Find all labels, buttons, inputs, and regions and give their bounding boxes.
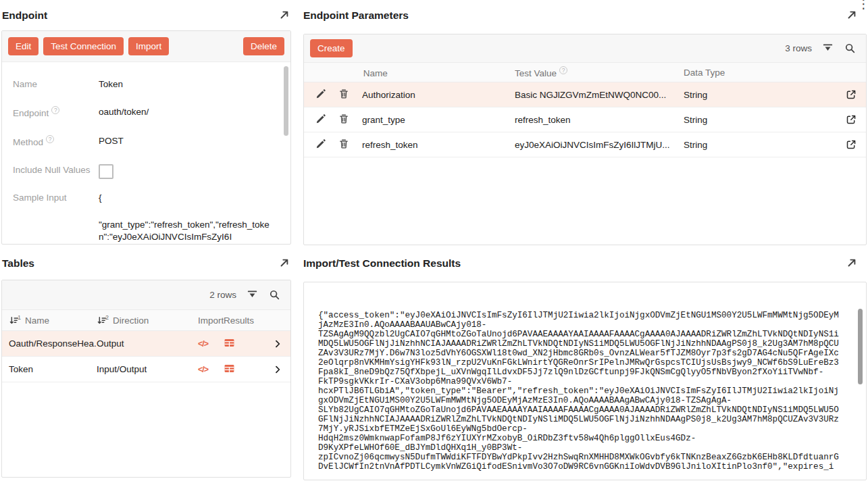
- create-button[interactable]: Create: [310, 39, 353, 58]
- results-table-icon[interactable]: [224, 337, 255, 351]
- params-header-row: 2 Name Test Value? Data Type: [304, 63, 866, 82]
- tables-panel: 2 rows 1 Name 2 Direction Import Results…: [1, 280, 291, 478]
- open-in-new-icon[interactable]: [836, 114, 866, 125]
- expand-icon[interactable]: [279, 9, 291, 22]
- param-row[interactable]: Authorization Basic NGJlZGVmZmEtNWQ0NC00…: [304, 82, 866, 107]
- results-output[interactable]: {"access_token":"eyJ0eXAiOiJNVCIsImFsZyI…: [318, 311, 851, 477]
- results-panel-header: Import/Test Connection Results: [303, 257, 859, 270]
- tables-panel-title: Tables: [2, 257, 34, 270]
- chevron-right-icon[interactable]: [255, 365, 290, 374]
- endpoint-scrollbar[interactable]: [284, 66, 288, 136]
- field-endpoint: Endpoint? oauth/token/: [13, 106, 278, 120]
- expand-icon[interactable]: [279, 257, 291, 270]
- param-data-type-cell: String: [684, 115, 836, 125]
- param-row[interactable]: refresh_token eyJ0eXAiOiJNVCIsImFsZyI6Il…: [304, 132, 866, 157]
- method-label: Method?: [13, 135, 99, 149]
- endpoint-panel: Edit Test Connection Import Delete Name …: [1, 30, 291, 245]
- endpoint-value: oauth/token/: [99, 106, 278, 120]
- tables-col-direction[interactable]: 2 Direction: [97, 315, 198, 326]
- table-row[interactable]: Token Input/Output </>: [2, 357, 290, 382]
- param-name-cell: Authorization: [362, 90, 515, 100]
- param-name-cell: grant_type: [362, 115, 515, 125]
- table-direction-cell: Output: [97, 338, 198, 349]
- search-icon[interactable]: [269, 289, 281, 301]
- help-icon[interactable]: ?: [51, 106, 59, 114]
- name-value: Token: [99, 78, 278, 91]
- tables-col-import: Import: [198, 315, 224, 326]
- param-data-type-cell: String: [684, 90, 836, 100]
- tables-col-name[interactable]: 1 Name: [2, 315, 97, 326]
- params-row-count: 3 rows: [785, 43, 812, 53]
- params-col-data-type[interactable]: Data Type: [684, 68, 836, 78]
- endpoint-label: Endpoint?: [13, 106, 99, 120]
- help-icon[interactable]: ?: [559, 66, 567, 74]
- filter-icon[interactable]: [822, 43, 834, 55]
- field-sample-input: Sample Input { "grant_type":"refresh_tok…: [13, 192, 278, 244]
- sample-input-open-brace: {: [99, 193, 102, 203]
- edit-button[interactable]: Edit: [8, 37, 39, 56]
- params-col-test-value[interactable]: Test Value?: [515, 66, 684, 78]
- results-panel-title: Import/Test Connection Results: [303, 257, 461, 270]
- tables-row-count: 2 rows: [209, 290, 236, 300]
- import-code-icon[interactable]: </>: [198, 364, 224, 374]
- endpoint-toolbar: Edit Test Connection Import Delete: [2, 31, 290, 62]
- field-method: Method? POST: [13, 135, 278, 149]
- edit-pencil-icon[interactable]: [315, 138, 326, 151]
- sort-icon: 2: [97, 315, 109, 326]
- param-test-value-cell: Basic NGJlZGVmZmEtNWQ0NC00...: [515, 90, 684, 100]
- table-name-cell: Token: [2, 364, 97, 374]
- tables-toolbar: 2 rows: [2, 280, 290, 310]
- delete-button[interactable]: Delete: [243, 37, 284, 56]
- expand-icon[interactable]: [846, 9, 859, 22]
- sort-icon: 1: [9, 315, 21, 326]
- params-panel: Create 3 rows 2 Name Test Value? Data Ty…: [303, 34, 867, 245]
- table-name-cell: Oauth/ResponseHea...: [2, 338, 97, 349]
- sample-input-value: { "grant_type":"refresh_token","refresh_…: [99, 192, 278, 244]
- param-test-value-cell: eyJ0eXAiOiJNVCIsImFsZyI6IlJTMjU...: [515, 140, 684, 150]
- results-panel: {"access_token":"eyJ0eXAiOiJNVCIsImFsZyI…: [303, 282, 867, 480]
- endpoint-detail-fields: Name Token Endpoint? oauth/token/ Method…: [2, 62, 290, 245]
- tables-panel-header: Tables: [2, 257, 291, 270]
- name-label: Name: [13, 78, 99, 91]
- endpoint-panel-title: Endpoint: [2, 9, 47, 22]
- param-name-cell: refresh_token: [362, 140, 515, 150]
- params-panel-title: Endpoint Parameters: [303, 9, 409, 22]
- include-null-label: Include Null Values: [13, 164, 99, 179]
- method-value: POST: [99, 135, 278, 149]
- table-direction-cell: Input/Output: [97, 364, 198, 374]
- delete-trash-icon[interactable]: [338, 113, 349, 126]
- test-connection-button[interactable]: Test Connection: [43, 37, 124, 56]
- field-include-null: Include Null Values: [13, 164, 278, 179]
- help-icon[interactable]: ?: [46, 135, 54, 143]
- endpoint-panel-header: Endpoint: [2, 9, 291, 22]
- params-col-name[interactable]: 2 Name: [362, 66, 515, 78]
- results-table-icon[interactable]: [224, 363, 255, 376]
- filter-icon[interactable]: [247, 289, 259, 301]
- include-null-checkbox[interactable]: [99, 164, 113, 179]
- search-icon[interactable]: [844, 43, 857, 55]
- delete-trash-icon[interactable]: [338, 88, 349, 101]
- kebab-menu-icon[interactable]: ⋮: [857, 0, 868, 11]
- edit-pencil-icon[interactable]: [315, 88, 326, 101]
- param-row[interactable]: grant_type refresh_token String: [304, 107, 866, 132]
- import-button[interactable]: Import: [128, 37, 169, 56]
- param-test-value-cell: refresh_token: [515, 115, 684, 125]
- params-panel-header: Endpoint Parameters: [303, 9, 859, 22]
- open-in-new-icon[interactable]: [836, 139, 866, 150]
- sample-input-label: Sample Input: [13, 192, 99, 244]
- edit-pencil-icon[interactable]: [315, 113, 326, 126]
- params-toolbar: Create 3 rows: [304, 34, 866, 63]
- tables-col-results: Results: [224, 315, 255, 326]
- tables-header-row: 1 Name 2 Direction Import Results: [2, 310, 290, 331]
- import-code-icon[interactable]: </>: [198, 338, 224, 349]
- param-data-type-cell: String: [684, 140, 836, 150]
- chevron-right-icon[interactable]: [255, 339, 290, 349]
- open-in-new-icon[interactable]: [836, 89, 866, 100]
- sample-input-json: "grant_type":"refresh_token","refresh_to…: [99, 219, 278, 243]
- expand-icon[interactable]: [846, 257, 859, 270]
- results-scrollbar[interactable]: [858, 309, 863, 384]
- table-row[interactable]: Oauth/ResponseHea... Output </>: [2, 331, 290, 357]
- field-name: Name Token: [13, 78, 278, 91]
- delete-trash-icon[interactable]: [338, 138, 349, 151]
